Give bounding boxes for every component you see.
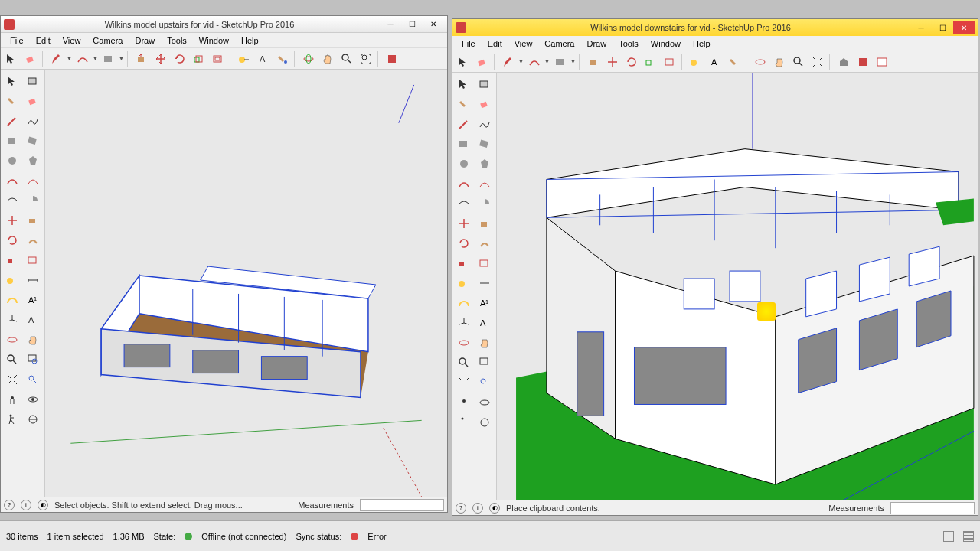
position-camera-icon[interactable] (454, 393, 474, 412)
polygon-icon[interactable] (475, 154, 495, 174)
rectangle-icon[interactable] (2, 131, 22, 151)
polygon-icon[interactable] (23, 151, 43, 171)
3dtext-icon[interactable]: A (23, 310, 43, 330)
select-tool-icon[interactable] (454, 74, 474, 94)
move-tool[interactable] (603, 53, 622, 71)
circle-icon[interactable] (2, 151, 22, 171)
pan-icon[interactable] (475, 333, 495, 353)
followme-icon[interactable] (23, 230, 43, 250)
zoom-icon[interactable] (454, 353, 474, 373)
menu-camera[interactable]: Camera (87, 34, 129, 47)
freehand-icon[interactable] (475, 114, 495, 134)
line-tool-icon[interactable] (454, 114, 474, 134)
offset-icon[interactable] (475, 253, 495, 273)
dropdown-icon[interactable]: ▼ (544, 59, 550, 64)
info-icon[interactable]: i (21, 500, 31, 510)
help-icon[interactable]: ? (4, 500, 15, 510)
tape-icon[interactable] (454, 273, 474, 293)
arc-icon[interactable] (2, 171, 22, 191)
menu-window[interactable]: Window (645, 37, 687, 50)
section-icon[interactable] (23, 409, 43, 429)
minimize-button[interactable]: ─ (910, 21, 932, 34)
zoom-extents-tool[interactable] (808, 53, 827, 71)
menu-edit[interactable]: Edit (482, 37, 508, 50)
person-icon[interactable]: ◐ (38, 500, 48, 510)
view-details-icon[interactable] (963, 531, 974, 542)
tape-tool[interactable] (687, 53, 705, 71)
paint-bucket-icon[interactable] (454, 94, 474, 114)
walk-icon[interactable] (2, 409, 22, 429)
text-tool[interactable]: A (254, 50, 273, 68)
menu-edit[interactable]: Edit (30, 34, 57, 47)
line-tool-icon[interactable] (2, 111, 22, 131)
zoom-extents-icon[interactable] (454, 373, 474, 393)
followme-icon[interactable] (475, 233, 495, 253)
close-button[interactable]: ✕ (953, 21, 975, 34)
viewport-3d[interactable] (45, 70, 447, 497)
rotate-icon[interactable] (454, 233, 474, 253)
scale-tool[interactable] (190, 50, 208, 68)
viewport-3d[interactable] (497, 73, 978, 500)
tape-icon[interactable] (2, 270, 22, 290)
menu-tools[interactable]: Tools (612, 37, 645, 50)
person-icon[interactable]: ◐ (489, 503, 500, 514)
dropdown-icon[interactable]: ▼ (67, 56, 73, 61)
pie-icon[interactable] (475, 194, 495, 214)
orbit-icon[interactable] (2, 330, 22, 350)
pencil-tool[interactable] (47, 50, 66, 68)
move-icon[interactable] (454, 214, 474, 233)
menu-camera[interactable]: Camera (538, 37, 580, 50)
orbit-tool[interactable] (299, 50, 318, 68)
rotate-icon[interactable] (2, 230, 22, 250)
rectangle-tool[interactable] (551, 53, 570, 71)
pushpull-icon[interactable] (475, 214, 495, 233)
protractor-icon[interactable] (454, 293, 474, 313)
offset-tool[interactable] (661, 53, 679, 71)
extension-tool[interactable] (854, 53, 872, 71)
paint-bucket-icon[interactable] (2, 91, 22, 111)
dimension-icon[interactable] (475, 273, 495, 293)
look-around-icon[interactable] (475, 393, 495, 412)
minimize-button[interactable]: ─ (380, 18, 401, 31)
arc-tool[interactable] (74, 50, 92, 68)
zoom-extents-tool[interactable] (357, 50, 375, 68)
look-around-icon[interactable] (23, 390, 43, 409)
zoom-window-icon[interactable] (23, 350, 43, 370)
move-icon[interactable] (2, 210, 22, 230)
select-tool[interactable] (2, 50, 21, 68)
menu-view[interactable]: View (508, 37, 539, 50)
2pt-arc-icon[interactable] (23, 171, 43, 191)
rotated-rect-icon[interactable] (475, 134, 495, 154)
2pt-arc-icon[interactable] (475, 174, 495, 194)
menu-view[interactable]: View (57, 34, 87, 47)
scale-icon[interactable] (2, 250, 22, 270)
eraser-icon[interactable] (23, 91, 43, 111)
rectangle-tool[interactable] (100, 50, 118, 68)
pushpull-tool[interactable] (132, 50, 151, 68)
arc-icon[interactable] (454, 174, 474, 194)
select-tool-icon[interactable] (2, 71, 22, 91)
move-tool[interactable] (152, 50, 170, 68)
position-camera-icon[interactable] (2, 390, 22, 409)
measurements-input[interactable] (890, 502, 975, 514)
tape-tool[interactable] (235, 50, 253, 68)
menu-window[interactable]: Window (193, 34, 235, 47)
orbit-tool[interactable] (751, 53, 769, 71)
measurements-input[interactable] (360, 499, 444, 511)
menu-draw[interactable]: Draw (129, 34, 161, 47)
zoom-tool[interactable] (338, 50, 356, 68)
pan-icon[interactable] (23, 330, 43, 350)
offset-icon[interactable] (23, 250, 43, 270)
text-tool[interactable]: A (706, 53, 724, 71)
rotated-rect-icon[interactable] (23, 131, 43, 151)
walk-icon[interactable] (454, 412, 474, 432)
make-component-icon[interactable] (475, 74, 495, 94)
info-icon[interactable]: i (472, 503, 483, 514)
arc-tool[interactable] (525, 53, 544, 71)
select-tool[interactable] (454, 53, 472, 71)
dropdown-icon[interactable]: ▼ (93, 56, 99, 61)
text-tool-icon[interactable]: A¹ (475, 293, 495, 313)
pie-icon[interactable] (23, 191, 43, 210)
menu-draw[interactable]: Draw (580, 37, 612, 50)
zoom-icon[interactable] (2, 350, 22, 370)
